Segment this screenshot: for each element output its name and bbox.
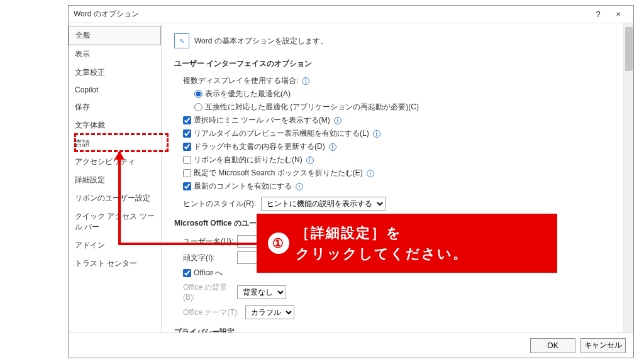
options-icon: ✎ (174, 33, 189, 48)
user-name-label: ユーザー名(U): (183, 236, 233, 247)
section-ui-options: ユーザー インターフェイスのオプション (174, 58, 621, 69)
office-bg-label: Office の背景(B): (183, 282, 233, 302)
info-icon[interactable]: i (302, 77, 309, 85)
checkbox-ribbon-collapse[interactable]: リボンを自動的に折りたたむ(N) (183, 155, 303, 165)
checkbox-modern-comments[interactable]: 最新のコメントを有効にする (183, 181, 292, 192)
sidebar-item-advanced[interactable]: 詳細設定 (69, 171, 161, 189)
initials-label: 頭文字(I): (183, 253, 233, 263)
vertical-scrollbar[interactable] (623, 23, 633, 332)
sidebar-item-quick-access[interactable]: クイック アクセス ツール バー (69, 207, 161, 236)
sidebar-item-typography[interactable]: 文字体裁 (69, 116, 161, 134)
section-office-user: Microsoft Office のユーザー設定 (174, 218, 621, 229)
user-name-input[interactable] (237, 235, 325, 248)
initials-input[interactable] (237, 251, 275, 264)
checkbox-office-signin[interactable]: Office へ (183, 268, 223, 278)
word-options-dialog: Word のオプション ? × 全般 表示 文章校正 Copilot 保存 文字… (68, 5, 634, 358)
office-theme-select[interactable]: カラフル (245, 305, 294, 319)
dialog-footer: OK キャンセル (69, 332, 633, 358)
info-icon[interactable]: i (334, 117, 341, 124)
multi-display-label: 複数ディスプレイを使用する場合: (183, 75, 298, 86)
sidebar: 全般 表示 文章校正 Copilot 保存 文字体裁 言語 アクセシビリティ 詳… (69, 23, 162, 332)
sidebar-item-save[interactable]: 保存 (69, 98, 161, 116)
sidebar-item-trust-center[interactable]: トラスト センター (69, 255, 161, 273)
radio-compat-optimized[interactable]: 互換性に対応した最適化 (アプリケーションの再起動が必要)(C) (194, 102, 419, 112)
sidebar-item-general[interactable]: 全般 (69, 26, 161, 45)
sidebar-item-copilot[interactable]: Copilot (69, 82, 161, 98)
info-icon[interactable]: i (296, 183, 303, 190)
checkbox-mini-toolbar[interactable]: 選択時にミニ ツール バーを表示する(M) (183, 115, 330, 126)
titlebar: Word のオプション ? × (69, 6, 633, 23)
sidebar-item-language[interactable]: 言語 (69, 134, 161, 153)
hint-style-label: ヒントのスタイル(R): (183, 199, 256, 209)
office-theme-label: Office テーマ(T): (183, 307, 239, 318)
help-button[interactable]: ? (588, 7, 608, 22)
info-icon[interactable]: i (306, 156, 314, 164)
checkbox-ms-search-collapse[interactable]: 既定で Microsoft Search ボックスを折りたたむ(E) (183, 168, 363, 178)
sidebar-item-addins[interactable]: アドイン (69, 236, 161, 255)
checkbox-live-preview[interactable]: リアルタイムのプレビュー表示機能を有効にする(L) (183, 128, 369, 139)
dialog-title: Word のオプション (74, 9, 139, 19)
office-bg-select[interactable]: 背景なし (237, 285, 286, 299)
section-privacy: プライバシー設定 (174, 327, 621, 332)
radio-display-optimized[interactable]: 表示を優先した最適化(A) (194, 89, 291, 99)
info-icon[interactable]: i (329, 143, 336, 151)
hint-style-select[interactable]: ヒントに機能の説明を表示する (261, 197, 386, 211)
sidebar-item-accessibility[interactable]: アクセシビリティ (69, 153, 161, 171)
sidebar-item-display[interactable]: 表示 (69, 45, 161, 63)
content-panel: ✎ Word の基本オプションを設定します。 ユーザー インターフェイスのオプシ… (162, 23, 633, 332)
cancel-button[interactable]: キャンセル (580, 338, 626, 353)
close-button[interactable]: × (608, 7, 628, 22)
scrollbar-thumb[interactable] (625, 27, 633, 71)
ok-button[interactable]: OK (530, 338, 575, 353)
checkbox-drag-update[interactable]: ドラッグ中も文書の内容を更新する(D) (183, 141, 325, 152)
info-icon[interactable]: i (367, 170, 374, 177)
sidebar-item-proofing[interactable]: 文章校正 (69, 63, 161, 82)
sidebar-item-customize-ribbon[interactable]: リボンのユーザー設定 (69, 189, 161, 207)
intro-text: Word の基本オプションを設定します。 (194, 36, 328, 47)
info-icon[interactable]: i (373, 130, 380, 138)
